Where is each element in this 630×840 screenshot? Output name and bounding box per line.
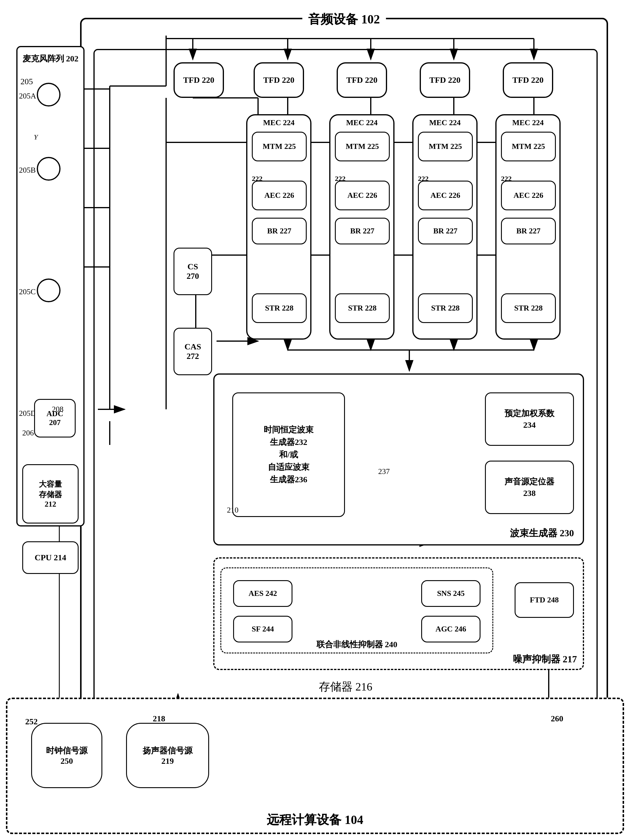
cs-label: CS 270 <box>186 262 199 281</box>
mtm-ch4: MTM 225 <box>501 132 556 161</box>
y-label: Y <box>34 133 38 141</box>
mtm-ch4-label: MTM 225 <box>512 142 545 151</box>
beamformer-label: 波束生成器 230 <box>510 527 574 540</box>
channel-group-2: MEC 224 MTM 225 222 AEC 226 BR 227 STR 2… <box>329 114 395 339</box>
aec-ch1-label: AEC 226 <box>264 191 294 200</box>
num-206-label: 206 <box>22 429 34 437</box>
tfd-left: TFD 220 <box>174 62 224 98</box>
br-ch2: BR 227 <box>335 218 390 245</box>
mtm-ch3-label: MTM 225 <box>429 142 462 151</box>
aec-ch3: AEC 226 <box>418 181 473 210</box>
mic-array-box: 麦克风阵列 202 205 205A 205B 205C 205D Y <box>16 46 85 526</box>
clock-source-box: 时钟信号源 250 <box>31 723 102 788</box>
sns-box: SNS 245 <box>421 580 480 607</box>
sound-locator-label: 声音源定位器 238 <box>505 476 554 499</box>
speaker-source-box: 扬声器信号源 219 <box>126 723 209 788</box>
cpu-label: CPU 214 <box>35 553 66 562</box>
num-218-label: 218 <box>153 714 165 723</box>
br-ch3-label: BR 227 <box>433 227 458 235</box>
audio-device-label: 音频设备 102 <box>302 11 386 28</box>
agc-label: AGC 246 <box>436 625 466 633</box>
mtm-ch1-label: MTM 225 <box>263 142 296 151</box>
sound-locator-box: 声音源定位器 238 <box>485 461 574 514</box>
num-237-label: 237 <box>378 467 390 476</box>
br-ch2-label: BR 227 <box>350 227 374 235</box>
mass-storage-box: 大容量 存储器 212 <box>22 464 79 524</box>
str-ch2: STR 228 <box>335 293 390 323</box>
storage-label: 存储器 216 <box>314 679 377 694</box>
mec-ch2-label: MEC 224 <box>346 118 377 127</box>
aec-ch2-label: AEC 226 <box>347 191 377 200</box>
tfd-ch4: TFD 220 <box>503 62 553 98</box>
str-ch3: STR 228 <box>418 293 473 323</box>
tfd-ch3-label: TFD 220 <box>429 75 461 85</box>
mic-205-label: 205 <box>21 77 33 86</box>
beamformer-box: 波束生成器 230 时间恒定波束 生成器232 和/或 自适应波束 生成器236… <box>213 373 584 545</box>
aec-ch4-label: AEC 226 <box>513 191 543 200</box>
br-ch4: BR 227 <box>501 218 556 245</box>
str-ch4-label: STR 228 <box>514 304 543 313</box>
tfd-ch1: TFD 220 <box>254 62 304 98</box>
tfd-ch2: TFD 220 <box>337 62 387 98</box>
cpu-box: CPU 214 <box>22 541 79 574</box>
mtm-ch2: MTM 225 <box>335 132 390 161</box>
remote-label: 远程计算设备 104 <box>267 812 363 828</box>
noise-label: 噪声抑制器 217 <box>513 653 577 666</box>
channel-group-1: MEC 224 MTM 225 222 AEC 226 BR 227 STR 2… <box>246 114 311 339</box>
cas-box: CAS 272 <box>174 328 212 375</box>
aes-label: AES 242 <box>249 589 277 598</box>
br-ch3: BR 227 <box>418 218 473 245</box>
str-ch2-label: STR 228 <box>348 304 376 313</box>
aec-ch1: AEC 226 <box>252 181 307 210</box>
noise-suppressor-box: 噪声抑制器 217 联合非线性抑制器 240 AES 242 SF 244 S <box>213 557 584 670</box>
mtm-ch2-label: MTM 225 <box>346 142 379 151</box>
cs-box: CS 270 <box>174 248 212 295</box>
speaker-source-label: 扬声器信号源 219 <box>143 745 193 766</box>
sf-box: SF 244 <box>233 616 292 643</box>
combined-nonlinear-box: 联合非线性抑制器 240 AES 242 SF 244 SNS 245 <box>220 567 493 654</box>
br-ch1: BR 227 <box>252 218 307 245</box>
mtm-ch1: MTM 225 <box>252 132 307 161</box>
mass-storage-label: 大容量 存储器 212 <box>39 479 62 509</box>
mic-205D-label: 205D <box>19 409 36 418</box>
page: { "title": "音频设备 102", "labels": { "audi… <box>0 0 630 840</box>
channel-group-3: MEC 224 MTM 225 222 AEC 226 BR 227 STR 2… <box>412 114 478 339</box>
mic-205C-label: 205C <box>19 287 36 296</box>
audio-device-box: 音频设备 102 存储器 216 波束生成器 230 时间恒定波束 生成器232… <box>80 18 608 724</box>
str-ch4: STR 228 <box>501 293 556 323</box>
tfd-ch2-label: TFD 220 <box>346 75 377 85</box>
mic-205A-label: 205A <box>19 92 36 101</box>
num-252-label: 252 <box>25 717 38 726</box>
clock-source-label: 时钟信号源 250 <box>46 745 87 766</box>
str-ch1-label: STR 228 <box>265 304 293 313</box>
agc-box: AGC 246 <box>421 616 480 643</box>
preset-weight-label: 预定加权系数 234 <box>505 407 554 431</box>
tfd-ch3: TFD 220 <box>420 62 470 98</box>
mec-ch1-label: MEC 224 <box>263 118 295 127</box>
br-ch4-label: BR 227 <box>516 227 541 235</box>
mec-ch3-label: MEC 224 <box>429 118 461 127</box>
ftd-box: FTD 248 <box>515 582 574 618</box>
num-260-label: 260 <box>551 714 563 723</box>
tfd-ch1-label: TFD 220 <box>264 75 295 85</box>
mec-ch4-label: MEC 224 <box>512 118 544 127</box>
combined-label: 联合非线性抑制器 240 <box>316 639 398 650</box>
aec-ch2: AEC 226 <box>335 181 390 210</box>
br-ch1-label: BR 227 <box>267 227 292 235</box>
str-ch3-label: STR 228 <box>431 304 459 313</box>
mic-205C <box>37 278 60 302</box>
mic-205A <box>37 83 60 106</box>
sf-label: SF 244 <box>252 625 274 633</box>
str-ch1: STR 228 <box>252 293 307 323</box>
time-beam-label: 时间恒定波束 生成器232 和/或 自适应波束 生成器236 <box>264 423 314 486</box>
aec-ch3-label: AEC 226 <box>430 191 460 200</box>
mic-array-label: 麦克风阵列 202 <box>22 53 79 64</box>
sns-label: SNS 245 <box>437 589 464 598</box>
num-208-label: 208 <box>52 405 63 414</box>
mic-205B <box>37 157 60 181</box>
aes-box: AES 242 <box>233 580 292 607</box>
tfd-ch4-label: TFD 220 <box>513 75 544 85</box>
aec-ch4: AEC 226 <box>501 181 556 210</box>
mtm-ch3: MTM 225 <box>418 132 473 161</box>
preset-weight-box: 预定加权系数 234 <box>485 392 574 446</box>
